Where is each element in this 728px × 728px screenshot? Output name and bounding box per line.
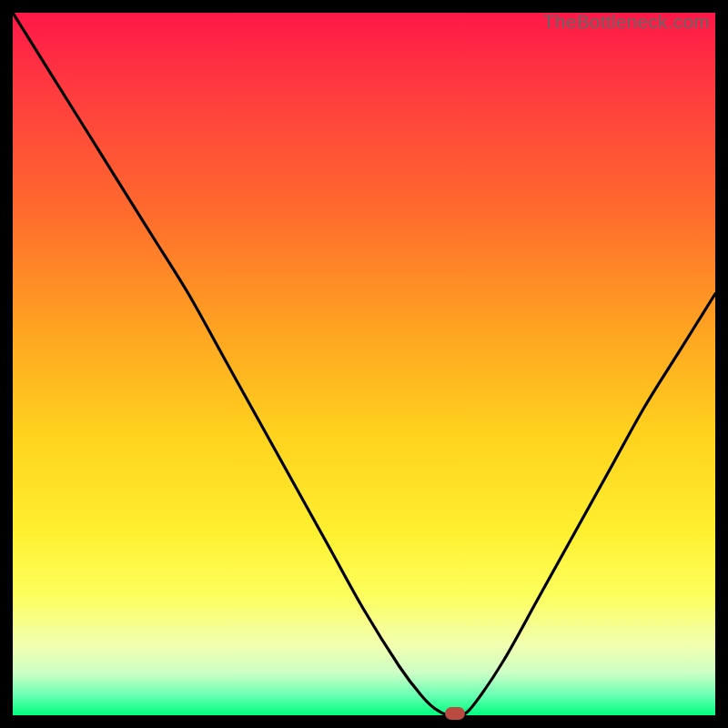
chart-frame: TheBottleneck.com: [0, 0, 728, 728]
plot-area: TheBottleneck.com: [13, 13, 715, 715]
curve-path: [13, 13, 715, 715]
minimum-marker: [445, 707, 465, 720]
bottleneck-curve: [13, 13, 715, 715]
